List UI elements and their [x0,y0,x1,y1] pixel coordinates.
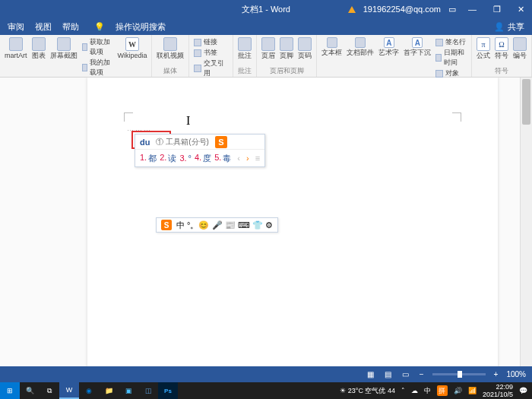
text-cursor-icon: I [186,114,190,128]
footer-button[interactable]: 页脚 [280,37,293,59]
vertical-scrollbar[interactable]: ▴ ▾ [520,78,532,382]
bulb-icon: 💡 [94,22,105,32]
zoom-slider[interactable] [432,373,486,375]
ime-candidates: 1.都 2.读 3.° 4.度 5.毒 ‹ › ≡ [135,150,264,166]
ribbon-group-text: 文本框 文档部件 A艺术字 A首字下沉 签名行 日期和时间 对象 文本 [317,35,472,77]
ime-candidate-window: du ① 工具箱(分号) S 1.都 2.读 3.° 4.度 5.毒 ‹ › ≡ [135,134,265,167]
signature-button[interactable]: 签名行 [435,37,467,47]
taskbar-edge[interactable]: ◉ [79,382,99,399]
ime-bar-content: 中 °。😊 🎤 📰 ⌨ 👕 ⚙ [176,220,273,231]
wordart-button[interactable]: A艺术字 [378,37,399,56]
status-bar: ▦ ▤ ▭ − + 100% [0,366,532,382]
user-icon: 👤 [494,22,505,32]
link-button[interactable]: 链接 [194,37,228,47]
ime-menu-icon[interactable]: ≡ [255,154,260,163]
comment-button[interactable]: 批注 [238,37,252,59]
ime-cand-2[interactable]: 2.读 [160,153,176,164]
ime-status-bar[interactable]: S 中 °。😊 🎤 📰 ⌨ 👕 ⚙ [156,217,278,233]
sogou-logo-icon: S [215,136,227,148]
tray-up-icon[interactable]: ˄ [401,387,405,394]
margin-corner-tl [124,112,133,122]
close-button[interactable]: ✕ [513,5,529,14]
ribbon-group-addins: martArt 图表 屏幕截图 获取加载项 我的加载项 WWikipedia 加… [0,35,152,77]
search-button[interactable]: 🔍 [20,382,40,399]
document-area: I ……… du ① 工具箱(分号) S 1.都 2.读 3.° 4.度 5.毒… [0,78,532,382]
share-label: 共享 [508,21,524,33]
menu-bar: 审阅 视图 帮助 💡 操作说明搜索 👤 共享 [0,18,532,35]
tell-me[interactable]: 操作说明搜索 [116,21,166,33]
zoom-in-button[interactable]: + [492,370,501,378]
ime-cand-4[interactable]: 4.度 [195,153,211,164]
taskbar-app2[interactable]: ◫ [138,382,158,399]
ribbon-opts-icon[interactable]: ▭ [448,5,456,14]
ribbon-group-symbols: π公式 Ω符号 编号 符号 [472,35,532,77]
my-addins-button[interactable]: 我的加载项 [82,58,113,78]
ime-toolbox-label[interactable]: ① 工具箱(分号) [156,137,208,147]
scroll-thumb[interactable] [522,79,530,125]
dropcap-button[interactable]: A首字下沉 [404,37,431,56]
user-email: 191962254@qq.com [363,5,441,14]
view-focus-icon[interactable]: ▦ [365,370,376,378]
online-video-button[interactable]: 联机视频 [157,37,184,59]
share-area[interactable]: 👤 共享 [494,21,524,33]
pagenum-button[interactable]: 页码 [298,37,312,59]
number-button[interactable]: 编号 [513,37,527,59]
smartart-button[interactable]: martArt [5,37,27,59]
ime-cand-3[interactable]: 3.° [179,154,192,163]
docparts-button[interactable]: 文档部件 [347,37,374,56]
sogou-tray-icon[interactable]: 拼 [437,385,448,396]
minimize-button[interactable]: — [464,5,481,14]
sogou-bar-icon: S [161,220,172,230]
equation-button[interactable]: π公式 [477,37,490,59]
datetime-button[interactable]: 日期和时间 [435,48,467,68]
onedrive-icon[interactable]: ☁ [411,387,418,394]
taskbar-word[interactable]: W [59,382,79,399]
margin-corner-tr [452,112,461,122]
network-icon[interactable]: 📶 [468,387,477,394]
header-button[interactable]: 页眉 [261,37,275,59]
weather-widget[interactable]: ☀ 23°C 空气优 44 [340,386,395,396]
page[interactable]: I ……… du ① 工具箱(分号) S 1.都 2.读 3.° 4.度 5.毒… [87,78,498,382]
taskbar-app1[interactable]: ▣ [119,382,138,399]
zoom-level[interactable]: 100% [506,370,526,378]
clock[interactable]: 22:09 2021/10/5 [483,383,513,398]
warning-icon [348,6,356,13]
ime-cand-5[interactable]: 5.毒 [214,153,231,164]
notifications-icon[interactable]: 💬 [519,387,527,394]
wikipedia-button[interactable]: WWikipedia [117,37,147,59]
ime-cand-1[interactable]: 1.都 [140,153,157,164]
view-web-icon[interactable]: ▭ [400,370,411,378]
system-tray: ☀ 23°C 空气优 44 ˄ ☁ 中 拼 🔊 📶 22:09 2021/10/… [340,383,532,398]
get-addins-button[interactable]: 获取加载项 [82,37,113,57]
start-button[interactable]: ⊞ [0,382,20,399]
crossref-button[interactable]: 交叉引用 [194,59,228,78]
ime-prev-icon[interactable]: ‹ [237,154,240,163]
lang-cn-icon[interactable]: 中 [424,386,431,396]
tab-review[interactable]: 审阅 [8,21,24,33]
sun-icon: ☀ [340,387,346,394]
restore-button[interactable]: ❐ [489,5,505,14]
ime-input-text: du [140,138,150,147]
taskbar: ⊞ 🔍 ⧉ W ◉ 📁 ▣ ◫ Ps ☀ 23°C 空气优 44 ˄ ☁ 中 拼… [0,382,532,399]
taskbar-photoshop[interactable]: Ps [158,382,178,399]
ribbon-group-media: 联机视频 媒体 [152,35,189,77]
ribbon-group-links: 链接 书签 交叉引用 链接 [189,35,233,77]
taskview-button[interactable]: ⧉ [40,382,59,399]
ribbon: martArt 图表 屏幕截图 获取加载项 我的加载项 WWikipedia 加… [0,35,532,78]
bookmark-button[interactable]: 书签 [194,48,228,58]
title-right: 191962254@qq.com ▭ — ❐ ✕ [348,5,529,14]
tab-view[interactable]: 视图 [35,21,52,33]
symbol-button[interactable]: Ω符号 [495,37,508,59]
ribbon-group-comments: 批注 批注 [233,35,257,77]
taskbar-explorer[interactable]: 📁 [99,382,119,399]
tab-help[interactable]: 帮助 [62,21,79,33]
window-title: 文档1 - Word [242,4,290,15]
view-print-icon[interactable]: ▤ [382,370,394,378]
screenshot-button[interactable]: 屏幕截图 [50,37,78,59]
chart-button[interactable]: 图表 [32,37,46,59]
zoom-out-button[interactable]: − [417,370,426,378]
volume-icon[interactable]: 🔊 [454,387,462,394]
textbox-button[interactable]: 文本框 [321,37,342,56]
ime-next-icon[interactable]: › [246,154,249,163]
ribbon-group-headerfooter: 页眉 页脚 页码 页眉和页脚 [257,35,317,77]
